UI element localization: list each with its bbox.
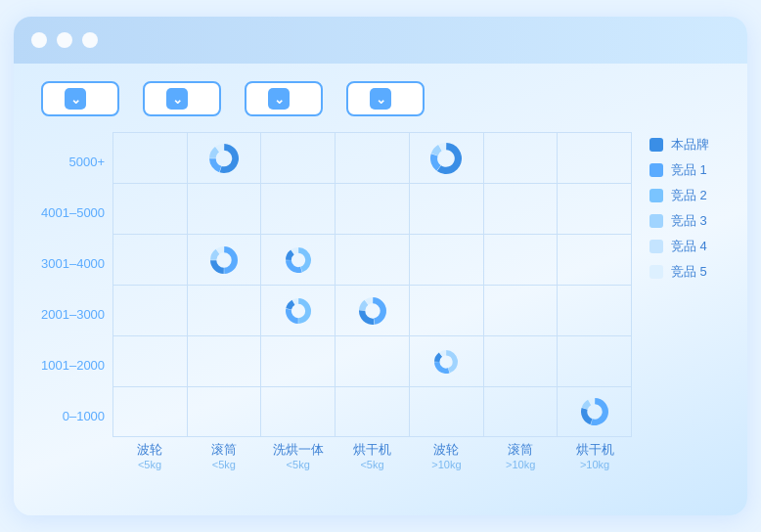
grid-cell-4-3: [335, 336, 409, 386]
x-label-sub: >10kg: [431, 459, 461, 470]
grid-cell-5-5: [483, 387, 558, 436]
x-label-group: 波轮>10kg: [409, 441, 483, 470]
grid-cell-0-6: [557, 133, 632, 183]
x-label-main: 波轮: [137, 441, 162, 459]
grid-cell-5-0: [112, 387, 187, 436]
legend-color-dot: [649, 163, 663, 177]
filter-brand-chevron: ⌄: [370, 88, 391, 110]
filter-month[interactable]: ⌄: [143, 81, 221, 116]
grid-cell-1-4: [409, 184, 483, 234]
filter-bar: ⌄ ⌄ ⌄ ⌄: [41, 81, 720, 116]
legend-item: 本品牌: [649, 136, 720, 154]
filter-behavior-chevron: ⌄: [268, 88, 290, 110]
legend-item: 竞品 1: [649, 161, 720, 179]
donut-4-4: [433, 349, 459, 375]
window-dot-1: [31, 32, 47, 48]
y-label: 2001–3000: [41, 288, 112, 339]
grid-cell-4-1: [187, 336, 261, 386]
x-label-sub: >10kg: [580, 459, 609, 470]
grid-cell-2-2: [260, 235, 335, 285]
x-label-main: 波轮: [433, 441, 459, 459]
x-label-group: 洗烘一体<5kg: [261, 441, 336, 470]
legend-item: 竞品 3: [649, 212, 720, 230]
x-label-sub: <5kg: [360, 459, 383, 470]
grid-cell-0-2: [260, 133, 335, 183]
grid-cell-0-0: [112, 133, 187, 183]
donut-3-3: [358, 296, 387, 326]
x-label-sub: >10kg: [506, 459, 535, 470]
grid-cell-1-6: [557, 184, 632, 234]
grid-cell-2-6: [557, 235, 632, 285]
grid-cell-3-1: [187, 286, 261, 335]
window-dot-3: [82, 32, 98, 48]
x-label-group: 滚筒>10kg: [483, 441, 558, 470]
grid-cell-4-2: [260, 336, 335, 386]
donut-0-4: [429, 142, 463, 175]
grid-row: [112, 234, 632, 285]
grid-row: [112, 183, 632, 234]
y-label: 3001–4000: [41, 238, 112, 288]
chart-area: 5000+4001–50003001–40002001–30001001–200…: [41, 132, 720, 478]
grid-cell-0-1: [187, 133, 261, 183]
y-label: 0–1000: [41, 390, 112, 441]
grid-cell-5-3: [335, 387, 409, 436]
legend-label: 竞品 4: [671, 238, 707, 255]
legend-color-dot: [649, 138, 663, 152]
grid-cell-2-4: [409, 235, 483, 285]
x-label-main: 洗烘一体: [273, 441, 324, 459]
x-label-sub: <5kg: [212, 459, 236, 470]
grid-cell-2-1: [187, 235, 261, 285]
donut-2-2: [285, 246, 312, 274]
x-label-group: 滚筒<5kg: [187, 441, 261, 470]
grid-cell-5-6: [557, 387, 632, 436]
x-label-sub: <5kg: [138, 459, 161, 470]
grid-cell-2-5: [483, 235, 558, 285]
filter-category-chevron: ⌄: [65, 88, 86, 110]
donut-3-2: [285, 297, 312, 325]
title-bar: [14, 17, 747, 64]
grid-cell-3-5: [483, 286, 558, 335]
x-label-sub: <5kg: [287, 459, 310, 470]
legend-color-dot: [649, 265, 663, 279]
grid-row: [112, 386, 632, 437]
grid-cell-1-0: [112, 184, 187, 234]
filter-behavior[interactable]: ⌄: [245, 81, 323, 116]
grid-cell-4-6: [557, 336, 632, 386]
grid-cell-1-3: [335, 184, 409, 234]
donut-2-1: [209, 245, 239, 275]
grid-cell-1-5: [483, 184, 558, 234]
grid-cell-4-5: [483, 336, 558, 386]
grid-cell-1-1: [187, 184, 261, 234]
y-label: 1001–2000: [41, 339, 112, 390]
y-label: 4001–5000: [41, 187, 112, 238]
grid-cell-3-0: [112, 286, 187, 335]
legend-label: 竞品 3: [671, 212, 707, 230]
grid-cell-0-4: [409, 133, 483, 183]
legend-color-dot: [649, 189, 663, 202]
filter-brand[interactable]: ⌄: [346, 81, 425, 116]
grid-cell-5-4: [409, 387, 483, 436]
grid-cell-3-2: [260, 286, 335, 335]
legend-label: 竞品 5: [671, 263, 707, 281]
x-label-main: 滚筒: [211, 441, 237, 459]
grid-cell-4-0: [112, 336, 187, 386]
main-window: ⌄ ⌄ ⌄ ⌄ 5000+4001–50003001–40002001–3000…: [14, 17, 747, 515]
legend-item: 竞品 2: [649, 187, 720, 204]
grid-cell-2-0: [112, 235, 187, 285]
filter-category[interactable]: ⌄: [41, 81, 119, 116]
donut-0-1: [208, 143, 240, 174]
legend-label: 竞品 2: [671, 187, 707, 204]
grid-cell-5-2: [260, 387, 335, 436]
legend-item: 竞品 4: [649, 238, 720, 255]
x-label-main: 烘干机: [353, 441, 391, 459]
grid-row: [112, 132, 632, 183]
x-label-main: 滚筒: [508, 441, 533, 459]
legend-item: 竞品 5: [649, 263, 720, 281]
grid-cell-5-1: [187, 387, 261, 436]
window-dot-2: [57, 32, 72, 48]
legend-color-dot: [649, 240, 663, 253]
legend-label: 竞品 1: [671, 161, 707, 179]
x-label-group: 波轮<5kg: [112, 441, 187, 470]
y-label: 5000+: [41, 136, 112, 187]
grid-cell-0-5: [483, 133, 558, 183]
